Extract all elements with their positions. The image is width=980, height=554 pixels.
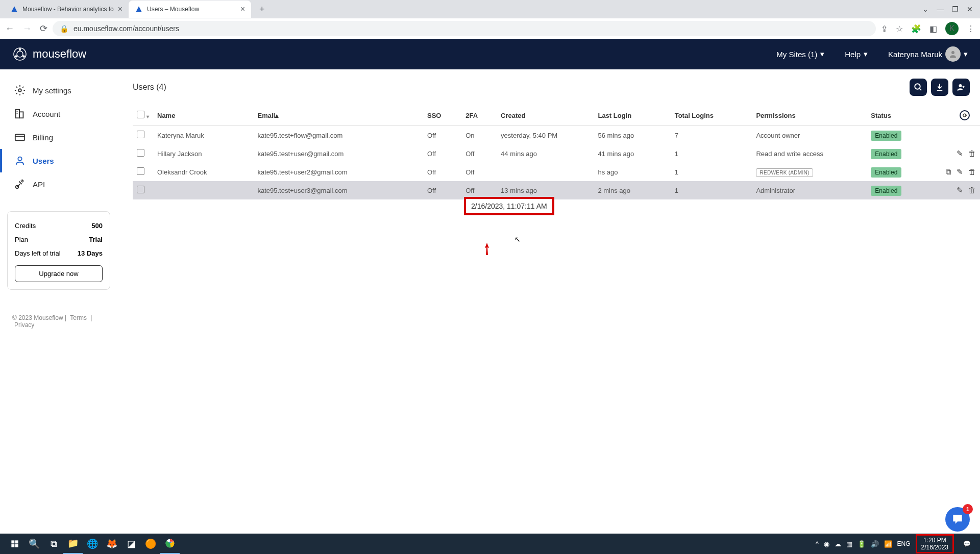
edit-icon[interactable]: ✎ — [957, 167, 963, 177]
table-row[interactable]: kate95.test+user3@gmail.com Off Off 13 m… — [133, 181, 980, 199]
logo[interactable]: mouseflow — [12, 46, 86, 62]
volume-icon[interactable]: 🔊 — [871, 540, 879, 548]
help-dropdown[interactable]: Help ▾ — [845, 49, 868, 59]
svg-rect-8 — [19, 112, 23, 118]
row-checkbox[interactable] — [137, 186, 144, 193]
table-row[interactable]: Hillary Jackson kate95.test+user@gmail.c… — [133, 144, 980, 163]
notifications-icon[interactable]: 💬 — [959, 540, 975, 547]
share-icon[interactable]: ⇪ — [881, 24, 888, 34]
cursor-icon: ↖ — [514, 235, 521, 243]
reload-icon[interactable]: ⟳ — [40, 23, 47, 34]
users-table: ▾ Name Email▴ SSO 2FA Created Last Login… — [133, 105, 980, 199]
chat-launcher[interactable]: 1 — [945, 507, 970, 532]
tray-icon[interactable]: ▦ — [846, 540, 852, 548]
sidebar: My settings Account Billing Users API Cr… — [0, 69, 117, 347]
star-icon[interactable]: ☆ — [896, 24, 903, 34]
back-icon[interactable]: ← — [5, 23, 14, 34]
firefox-icon[interactable]: 🦊 — [102, 534, 121, 554]
profile-avatar[interactable]: K — [945, 22, 959, 35]
sidebar-item-my-settings[interactable]: My settings — [0, 79, 117, 102]
url-input[interactable]: 🔒 eu.mouseflow.com/account/users — [53, 21, 876, 36]
close-window-icon[interactable]: ✕ — [967, 5, 973, 13]
user-menu[interactable]: Kateryna Maruk ▾ — [888, 46, 968, 62]
search-icon[interactable]: 🔍 — [24, 534, 44, 554]
col-total-logins[interactable]: Total Logins — [671, 105, 752, 126]
sidebar-item-api[interactable]: API — [0, 172, 117, 196]
chrome-icon[interactable] — [160, 534, 180, 554]
sidebar-toggle-icon[interactable]: ◧ — [929, 24, 937, 34]
caret-down-icon: ▾ — [864, 49, 868, 59]
onedrive-icon[interactable]: ☁ — [835, 540, 841, 548]
refresh-icon[interactable]: ⟳ — [960, 110, 970, 120]
row-checkbox[interactable] — [137, 149, 144, 157]
col-2fa[interactable]: 2FA — [461, 105, 497, 126]
copy-icon[interactable]: ⧉ — [946, 167, 951, 177]
sidebar-item-users[interactable]: Users — [0, 149, 117, 172]
col-last-login[interactable]: Last Login — [594, 105, 670, 126]
footer: © 2023 Mouseflow | Terms | Privacy — [0, 305, 117, 338]
col-status[interactable]: Status — [867, 105, 934, 126]
row-checkbox[interactable] — [137, 131, 144, 138]
search-button[interactable] — [910, 79, 927, 96]
row-checkbox[interactable] — [137, 167, 144, 175]
table-row[interactable]: Kateryna Maruk kate95.test+flow@gmail.co… — [133, 126, 980, 145]
new-tab-button[interactable]: + — [255, 2, 269, 17]
table-row[interactable]: Oleksandr Crook kate95.test+user2@gmail.… — [133, 163, 980, 181]
kebab-menu-icon[interactable]: ⋮ — [967, 24, 975, 34]
close-icon[interactable]: × — [240, 5, 245, 14]
forward-icon[interactable]: → — [22, 23, 32, 34]
col-sso[interactable]: SSO — [423, 105, 461, 126]
svg-point-13 — [18, 157, 21, 161]
intellij-icon[interactable]: ◪ — [121, 534, 141, 554]
tab-favicon — [135, 5, 143, 13]
svg-point-3 — [22, 55, 25, 58]
chevron-down-icon[interactable]: ⌄ — [922, 5, 928, 13]
add-user-button[interactable] — [952, 79, 970, 96]
minimize-icon[interactable]: ― — [937, 5, 944, 13]
col-permissions[interactable]: Permissions — [752, 105, 867, 126]
edge-icon[interactable]: 🌐 — [83, 534, 102, 554]
tray-chevron-icon[interactable]: ^ — [816, 540, 819, 547]
start-button[interactable] — [5, 534, 24, 554]
browser-chrome: Mouseflow - Behavior analytics fo × User… — [0, 0, 980, 39]
file-explorer-icon[interactable]: 📁 — [63, 534, 83, 554]
sidebar-item-billing[interactable]: Billing — [0, 125, 117, 149]
terms-link[interactable]: Terms — [70, 314, 87, 321]
sidebar-item-account[interactable]: Account — [0, 102, 117, 125]
clock[interactable]: 1:20 PM 2/16/2023 — [916, 534, 954, 554]
col-name[interactable]: Name — [153, 105, 253, 126]
language-indicator[interactable]: ENG — [897, 540, 911, 547]
task-view-icon[interactable]: ⧉ — [44, 534, 63, 554]
postman-icon[interactable]: 🟠 — [141, 534, 160, 554]
col-email[interactable]: Email▴ — [253, 105, 423, 126]
person-icon — [14, 155, 26, 166]
svg-rect-11 — [15, 135, 24, 141]
svg-point-17 — [959, 84, 962, 87]
app-header: mouseflow My Sites (1) ▾ Help ▾ Kateryna… — [0, 39, 980, 69]
col-created[interactable]: Created — [497, 105, 594, 126]
edit-icon[interactable]: ✎ — [957, 149, 963, 158]
download-button[interactable] — [931, 79, 948, 96]
browser-tab-active[interactable]: Users – Mouseflow × — [129, 1, 251, 18]
extensions-icon[interactable]: 🧩 — [911, 24, 921, 34]
brand-text: mouseflow — [33, 47, 86, 61]
select-all-checkbox[interactable] — [137, 111, 144, 118]
wifi-icon[interactable]: 📶 — [884, 540, 892, 548]
browser-tab-inactive[interactable]: Mouseflow - Behavior analytics fo × — [4, 1, 129, 18]
maximize-icon[interactable]: ❐ — [952, 5, 959, 13]
delete-icon[interactable]: 🗑 — [968, 186, 976, 195]
tray-icon[interactable]: ◉ — [824, 540, 829, 548]
edit-icon[interactable]: ✎ — [957, 186, 963, 195]
svg-point-2 — [19, 48, 21, 51]
close-icon[interactable]: × — [118, 5, 122, 14]
caret-down-icon: ▾ — [964, 49, 968, 59]
my-sites-dropdown[interactable]: My Sites (1) ▾ — [776, 49, 824, 59]
date-tooltip: 2/16/2023, 11:07:11 AM — [464, 197, 554, 215]
chevron-down-icon[interactable]: ▾ — [146, 114, 149, 119]
battery-icon[interactable]: 🔋 — [857, 540, 866, 548]
upgrade-button[interactable]: Upgrade now — [15, 265, 103, 282]
delete-icon[interactable]: 🗑 — [968, 167, 976, 177]
privacy-link[interactable]: Privacy — [14, 321, 34, 329]
window-controls: ⌄ ― ❐ ✕ — [922, 5, 980, 13]
delete-icon[interactable]: 🗑 — [968, 149, 976, 158]
